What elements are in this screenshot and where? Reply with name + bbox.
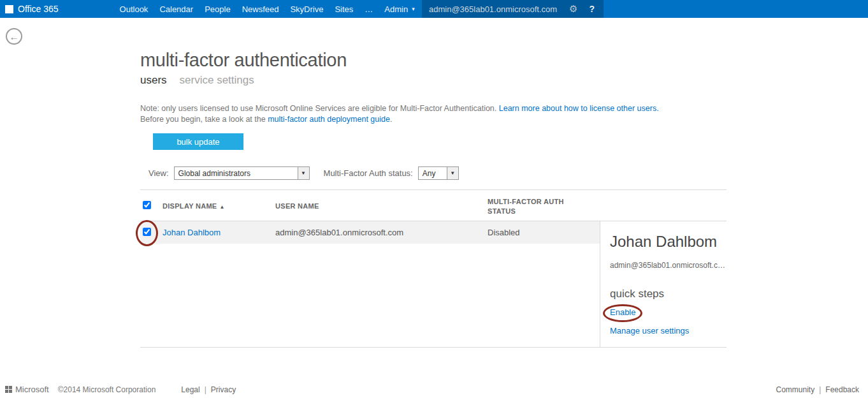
- account-email[interactable]: admin@365lab01.onmicrosoft.com: [429, 4, 569, 14]
- bulk-update-button[interactable]: bulk update: [153, 133, 243, 150]
- mfa-status-select[interactable]: Any ▼: [418, 166, 459, 180]
- row-user-name: admin@365lab01.onmicrosoft.com: [275, 228, 403, 237]
- top-suite-bar: Office 365 Outlook Calendar People Newsf…: [0, 0, 868, 18]
- select-all-checkbox[interactable]: [143, 201, 151, 209]
- footer-separator: |: [205, 385, 206, 394]
- filter-bar: View: Global administrators ▼ Multi-Fact…: [148, 166, 459, 180]
- tab-service-settings[interactable]: service settings: [180, 74, 254, 87]
- table-body: Johan Dahlbom admin@365lab01.onmicrosoft…: [140, 221, 727, 348]
- account-box: admin@365lab01.onmicrosoft.com ⚙ ?: [422, 0, 604, 18]
- microsoft-brand-label: Microsoft: [15, 385, 49, 394]
- row-mfa-status: Disabled: [488, 228, 520, 237]
- users-table: DISPLAY NAME▲ USER NAME MULTI-FACTOR AUT…: [140, 189, 727, 348]
- mfa-status-label: Multi-Factor Auth status:: [324, 168, 413, 178]
- column-header-user-name: USER NAME: [275, 202, 319, 210]
- column-header-mfa-status: MULTI-FACTOR AUTH STATUS: [488, 197, 565, 216]
- mfa-status-select-value: Any: [419, 169, 440, 178]
- suite-nav: Outlook Calendar People Newsfeed SkyDriv…: [120, 4, 415, 14]
- deployment-guide-link[interactable]: multi-factor auth deployment guide: [268, 115, 390, 124]
- detail-panel: Johan Dahlbom admin@365lab01.onmicrosoft…: [610, 221, 727, 335]
- row-checkbox[interactable]: [143, 228, 151, 236]
- detail-user-name: Johan Dahlbom: [610, 233, 727, 251]
- tab-users[interactable]: users: [140, 74, 167, 87]
- note-line1-text: Note: only users licensed to use Microso…: [140, 104, 499, 113]
- detail-user-email: admin@365lab01.onmicrosoft.com: [610, 261, 725, 270]
- nav-more-icon[interactable]: …: [365, 4, 373, 14]
- display-name-header-label: DISPLAY NAME: [163, 202, 217, 210]
- microsoft-logo-icon: [5, 386, 12, 393]
- footer: Microsoft ©2014 Microsoft Corporation Le…: [0, 381, 868, 398]
- privacy-link[interactable]: Privacy: [211, 385, 236, 394]
- gear-icon[interactable]: ⚙: [569, 3, 577, 15]
- legal-link[interactable]: Legal: [181, 385, 199, 394]
- detail-panel-divider: [600, 221, 600, 347]
- community-link[interactable]: Community: [776, 385, 814, 394]
- note-text: Note: only users licensed to use Microso…: [140, 103, 659, 125]
- footer-left: Microsoft ©2014 Microsoft Corporation Le…: [5, 385, 236, 394]
- office365-brand-label: Office 365: [18, 4, 59, 14]
- view-select-value: Global administrators: [175, 169, 254, 178]
- license-other-users-link[interactable]: Learn more about how to license other us…: [499, 104, 659, 113]
- row-display-name-link[interactable]: Johan Dahlbom: [163, 228, 221, 237]
- nav-people[interactable]: People: [205, 4, 230, 14]
- table-header: DISPLAY NAME▲ USER NAME MULTI-FACTOR AUT…: [140, 189, 727, 221]
- copyright-text: ©2014 Microsoft Corporation: [58, 385, 156, 394]
- nav-admin-label: Admin: [384, 4, 408, 14]
- nav-newsfeed[interactable]: Newsfeed: [242, 4, 279, 14]
- quick-steps-title: quick steps: [610, 288, 727, 300]
- back-button[interactable]: ←: [6, 28, 22, 45]
- nav-calendar[interactable]: Calendar: [159, 4, 193, 14]
- nav-admin[interactable]: Admin ▾: [384, 4, 414, 14]
- main-content: multi-factor authentication users servic…: [140, 45, 727, 351]
- chevron-down-icon: ▾: [412, 6, 415, 12]
- manage-user-settings-link[interactable]: Manage user settings: [610, 326, 727, 335]
- office365-logo-icon: [5, 5, 13, 13]
- column-header-display-name[interactable]: DISPLAY NAME▲: [163, 202, 225, 210]
- table-row[interactable]: Johan Dahlbom admin@365lab01.onmicrosoft…: [140, 221, 600, 244]
- select-arrow-icon: ▼: [447, 167, 458, 179]
- view-select[interactable]: Global administrators ▼: [174, 166, 310, 180]
- note-line2-suffix: .: [390, 115, 392, 124]
- page-title: multi-factor authentication: [140, 50, 347, 71]
- office365-brand[interactable]: Office 365: [5, 4, 59, 14]
- enable-link[interactable]: Enable: [610, 307, 635, 317]
- feedback-link[interactable]: Feedback: [825, 385, 859, 394]
- note-line2-text: Before you begin, take a look at the: [140, 115, 268, 124]
- nav-skydrive[interactable]: SkyDrive: [290, 4, 323, 14]
- help-icon[interactable]: ?: [589, 4, 595, 14]
- select-arrow-icon: ▼: [298, 167, 309, 179]
- footer-separator: |: [819, 385, 821, 394]
- tabs: users service settings: [140, 74, 254, 87]
- page: Office 365 Outlook Calendar People Newsf…: [0, 0, 868, 398]
- nav-sites[interactable]: Sites: [335, 4, 353, 14]
- nav-outlook[interactable]: Outlook: [120, 4, 148, 14]
- footer-right: Community | Feedback: [776, 385, 859, 394]
- back-arrow-icon: ←: [10, 31, 19, 42]
- sort-asc-icon: ▲: [220, 204, 225, 210]
- view-label: View:: [148, 168, 169, 178]
